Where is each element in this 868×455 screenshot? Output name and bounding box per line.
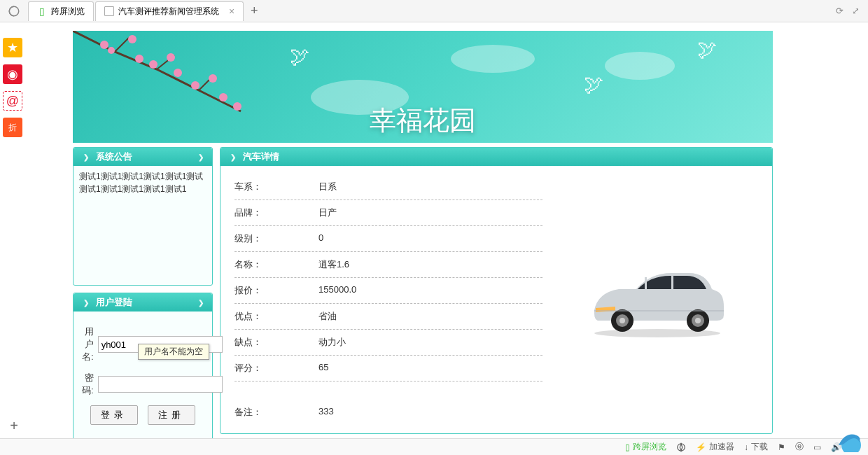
field-label: 缺点： xyxy=(234,336,318,349)
field-label: 报价： xyxy=(234,284,318,297)
notice-text: 测试1测试1测试1测试1测试1 xyxy=(79,183,206,195)
svg-rect-13 xyxy=(645,277,647,289)
mobile-icon: ▯ xyxy=(625,442,630,443)
branch-deco xyxy=(73,31,269,129)
left-toolbar: ★ ◉ @ 折 xyxy=(0,28,25,137)
password-input[interactable] xyxy=(98,376,223,393)
validation-tooltip: 用户名不能为空 xyxy=(138,344,209,360)
favorites-icon[interactable]: ★ xyxy=(3,38,22,57)
svg-rect-14 xyxy=(671,276,673,289)
tab-label: 跨屏浏览 xyxy=(51,6,85,18)
mobile-icon: ▯ xyxy=(37,6,47,16)
field-label: 级别： xyxy=(234,232,318,245)
field-value: 65 xyxy=(318,362,328,374)
chevron-right-icon xyxy=(227,151,239,162)
field-label: 评分： xyxy=(234,362,318,374)
dove-icon: 🕊 xyxy=(697,38,717,61)
new-tab-button[interactable]: + xyxy=(245,2,263,20)
register-button[interactable]: 注册 xyxy=(148,405,195,425)
discount-icon[interactable]: 折 xyxy=(3,118,22,137)
svg-point-3 xyxy=(128,35,136,43)
svg-point-8 xyxy=(191,81,200,90)
home-icon[interactable] xyxy=(6,3,22,20)
car-image xyxy=(556,174,758,425)
status-download[interactable]: ↓ 下载 xyxy=(744,441,768,442)
tab-kuaping[interactable]: ▯ 跨屏浏览 xyxy=(28,1,94,21)
field-value: 日系 xyxy=(318,181,337,193)
svg-point-1 xyxy=(100,41,108,49)
panel-header: 汽车详情 xyxy=(220,148,772,166)
notice-panel: 系统公告 测试1测试1测试1测试1测试1测试1测试1 测试1测试1测试1测试1测… xyxy=(73,147,213,286)
close-icon[interactable]: × xyxy=(229,6,234,17)
svg-point-20 xyxy=(695,318,701,323)
chevron-right-icon xyxy=(195,151,206,162)
field-value: 动力小 xyxy=(318,336,346,349)
field-value: 155000.0 xyxy=(318,284,356,297)
dove-icon: 🕊 xyxy=(290,45,309,68)
status-compass[interactable] xyxy=(676,442,686,443)
dove-icon: 🕊 xyxy=(584,73,603,96)
banner-title: 幸福花园 xyxy=(370,103,476,139)
svg-point-2 xyxy=(108,47,115,54)
at-icon[interactable]: @ xyxy=(3,91,22,111)
bolt-icon: ⚡ xyxy=(696,442,706,443)
add-sidebar-item[interactable]: + xyxy=(6,417,22,434)
tab-label: 汽车测评推荐新闻管理系统 xyxy=(118,6,219,18)
car-detail-panel: 汽车详情 车系：日系 品牌：日产 级别：0 名称：逍客1.6 报价：155000… xyxy=(220,147,773,434)
username-label: 用户名: xyxy=(82,326,98,363)
status-ie[interactable]: ⓔ xyxy=(795,441,804,442)
chevron-right-icon xyxy=(195,297,206,308)
browser-tab-bar: ▯ 跨屏浏览 汽车测评推荐新闻管理系统 × + ⟳ ⤢ xyxy=(0,0,868,22)
page-icon xyxy=(104,6,114,16)
svg-point-6 xyxy=(167,53,175,62)
restore-icon[interactable]: ⟳ xyxy=(836,6,844,16)
field-value: 333 xyxy=(318,406,334,419)
tab-carsystem[interactable]: 汽车测评推荐新闻管理系统 × xyxy=(95,1,244,21)
banner-image: 🕊 🕊 🕊 幸福花园 xyxy=(73,31,773,143)
detail-fields: 车系：日系 品牌：日产 级别：0 名称：逍客1.6 报价：155000.0 优点… xyxy=(234,174,542,425)
field-label: 车系： xyxy=(234,181,318,193)
login-panel: 用户登陆 用户名: 用户名不能为空 密 码: 登录 注册 xyxy=(73,293,213,442)
status-flag[interactable]: ⚑ xyxy=(778,442,785,443)
dolphin-logo[interactable] xyxy=(833,427,864,442)
weibo-icon[interactable]: ◉ xyxy=(3,64,22,84)
panel-header: 用户登陆 xyxy=(74,293,212,312)
notice-content: 测试1测试1测试1测试1测试1测试1测试1 测试1测试1测试1测试1测试1 xyxy=(74,166,212,285)
svg-point-11 xyxy=(233,102,241,111)
svg-point-10 xyxy=(219,93,227,102)
field-value: 省油 xyxy=(318,310,337,323)
field-label: 品牌： xyxy=(234,206,318,219)
svg-point-4 xyxy=(135,55,144,63)
svg-point-9 xyxy=(209,74,217,83)
svg-point-17 xyxy=(620,318,625,323)
chevron-right-icon xyxy=(80,151,92,162)
status-label: 跨屏浏览 xyxy=(633,441,666,442)
status-kuaping[interactable]: ▯ 跨屏浏览 xyxy=(625,441,666,442)
cloud-deco xyxy=(605,52,675,80)
field-value: 日产 xyxy=(318,206,337,219)
status-zoom[interactable]: ▭ xyxy=(813,442,821,443)
svg-point-5 xyxy=(149,60,158,69)
status-label: 加速器 xyxy=(709,441,734,442)
panel-header: 系统公告 xyxy=(74,148,212,166)
field-label: 优点： xyxy=(234,310,318,323)
svg-point-7 xyxy=(174,69,182,77)
download-icon: ↓ xyxy=(744,442,748,443)
status-accelerator[interactable]: ⚡ 加速器 xyxy=(696,441,734,442)
panel-title: 汽车详情 xyxy=(243,150,279,163)
notice-text: 测试1测试1测试1测试1测试1测试1测试1 xyxy=(79,170,206,183)
chevron-right-icon xyxy=(80,297,92,308)
field-value: 0 xyxy=(318,232,323,245)
password-label: 密 码: xyxy=(82,372,98,397)
page-content: 🕊 🕊 🕊 幸福花园 系统公告 测试1测试1测试1测试1测试1测试1测试1 测试… xyxy=(31,22,868,442)
field-label: 名称： xyxy=(234,258,318,271)
cloud-deco xyxy=(451,45,535,73)
field-value: 逍客1.6 xyxy=(318,258,349,271)
fullscreen-icon[interactable]: ⤢ xyxy=(852,6,860,16)
field-label: 备注： xyxy=(234,406,318,419)
panel-title: 系统公告 xyxy=(96,150,132,163)
status-label: 下载 xyxy=(751,441,768,442)
login-button[interactable]: 登录 xyxy=(90,405,138,425)
status-bar: ▯ 跨屏浏览 ⚡ 加速器 ↓ 下载 ⚑ ⓔ ▭ 🔊 ⋯ xyxy=(0,438,868,442)
panel-title: 用户登陆 xyxy=(96,296,132,309)
